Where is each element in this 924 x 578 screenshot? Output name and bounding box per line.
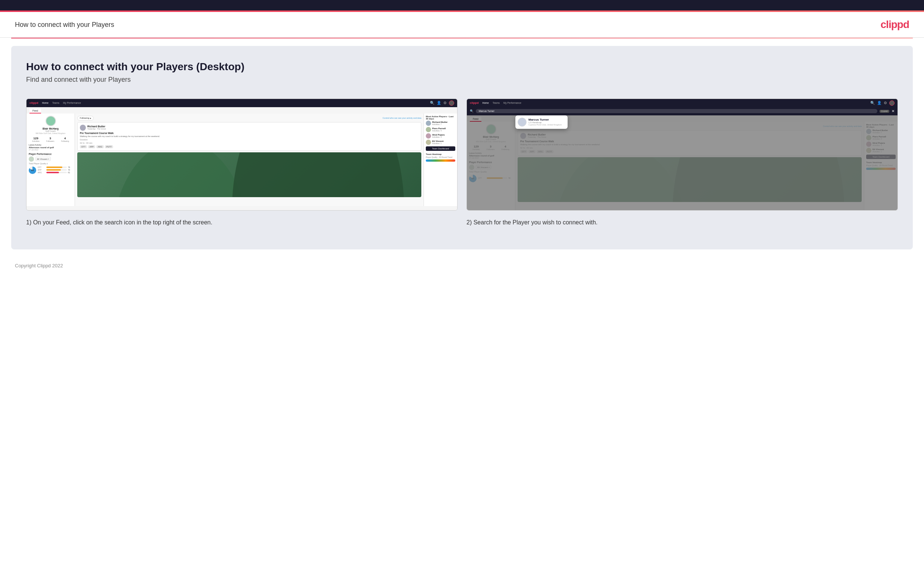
header-divider <box>11 38 913 39</box>
post-author-info: Richard Butler Yesterday · The Grove <box>87 125 106 130</box>
following-button[interactable]: Following ▾ <box>77 116 94 120</box>
active-player-2: Piers Parnell Activities: 4 <box>426 127 455 132</box>
bar-ott: OTT 79 <box>38 166 73 169</box>
screenshot-frame-1: clippd Home Teams My Performance 🔍 👤 ⚙ F… <box>26 99 458 211</box>
activity-date: 27 Jul 2022 <box>29 149 73 151</box>
player2-avatar <box>426 127 431 132</box>
profile-card: Blair McHarg Golf Coach Mill Ride Golf C… <box>29 116 73 135</box>
quality-circle: 84 <box>29 167 36 174</box>
settings-icon-2[interactable]: ⚙ <box>884 101 887 105</box>
post-author-name: Richard Butler <box>87 125 106 128</box>
post-duration-val: 02 hr : 00 min <box>80 142 419 144</box>
post-header: Richard Butler Yesterday · The Grove <box>80 125 419 131</box>
search-result-item[interactable]: Marcus Turner 1.5 Handicap Cypress Point… <box>518 118 565 127</box>
screenshot-frame-2: clippd Home Teams My Performance 🔍 👤 ⚙ <box>466 99 898 211</box>
player-select-avatar <box>29 156 34 162</box>
heatmap-subtitle: Player Quality · 20 Round Trend <box>426 156 455 158</box>
chevron-down-icon: ▾ <box>90 117 91 120</box>
main-subtitle: Find and connect with your Players <box>26 76 898 84</box>
mini-right-panel: Most Active Players - Last 30 days Richa… <box>424 114 457 206</box>
quality-bars: OTT 79 APP <box>38 166 73 174</box>
profile-name: Blair McHarg <box>29 127 73 130</box>
result-info: Marcus Turner 1.5 Handicap Cypress Point… <box>528 118 562 126</box>
mini-app-1: clippd Home Teams My Performance 🔍 👤 ⚙ F… <box>26 99 457 210</box>
nav-avatar-2[interactable] <box>889 101 895 106</box>
search-icon-inline: 🔍 <box>470 109 474 113</box>
mini-logo: clippd <box>29 101 39 104</box>
active-player-3: Hiral Pujara Activities: 3 <box>426 133 455 138</box>
stat-followers: 3 Followers <box>46 136 54 142</box>
mini-nav2-performance: My Performance <box>503 102 521 104</box>
stat-activities: 129 Activities <box>32 136 40 142</box>
player-select[interactable]: Eli Vincent ▾ <box>36 157 51 161</box>
step-2-description: 2) Search for the Player you wish to con… <box>466 218 898 227</box>
screenshot-col-1: clippd Home Teams My Performance 🔍 👤 ⚙ F… <box>26 99 458 227</box>
following-row: Following ▾ Control who can see your act… <box>77 116 421 120</box>
clear-button[interactable]: CLEAR <box>880 110 889 113</box>
mini-nav2-home: Home <box>482 102 489 104</box>
active-players-title: Most Active Players - Last 30 days <box>426 115 455 120</box>
settings-icon[interactable]: ⚙ <box>443 101 447 105</box>
mini-nav-1: clippd Home Teams My Performance 🔍 👤 ⚙ <box>26 99 457 107</box>
mini-nav-performance: My Performance <box>63 102 81 104</box>
latest-label: Latest Activity <box>29 144 73 146</box>
heatmap-title: Team Heatmap <box>426 153 455 155</box>
player-select-row: Eli Vincent ▾ <box>29 156 73 162</box>
player3-info: Hiral Pujara Activities: 3 <box>432 134 445 138</box>
nav-avatar[interactable] <box>449 101 454 106</box>
quality-label: Total Player Quality ℹ <box>29 162 73 165</box>
player-performance-title: Player Performance <box>29 153 73 155</box>
person-icon-2[interactable]: 👤 <box>877 101 882 105</box>
player1-info: Richard Butler Activities: 7 <box>432 121 447 125</box>
dropdown-arrow-icon: ▾ <box>48 157 49 160</box>
result-avatar <box>518 118 527 127</box>
main-title: How to connect with your Players (Deskto… <box>26 61 898 73</box>
tag-app: APP <box>88 145 95 148</box>
post-author-avatar <box>80 125 86 131</box>
search-bar: 🔍 Marcus Turner CLEAR ✕ <box>467 107 898 115</box>
footer: Copyright Clippd 2022 <box>0 257 924 274</box>
mini-logo-2: clippd <box>470 101 479 104</box>
search-icon-2[interactable]: 🔍 <box>870 101 875 105</box>
person-icon[interactable]: 👤 <box>437 101 441 105</box>
post-desc: Walking the course with my coach to buil… <box>80 135 419 137</box>
team-dashboard-button[interactable]: Team Dashboard <box>426 146 455 151</box>
mini-app-2: clippd Home Teams My Performance 🔍 👤 ⚙ <box>467 99 898 210</box>
result-name: Marcus Turner <box>528 118 562 121</box>
step-1-description: 1) On your Feed, click on the search ico… <box>26 218 458 227</box>
feed-tab[interactable]: Feed <box>29 109 41 114</box>
search-input-wrapper: Marcus Turner <box>476 109 877 113</box>
player2-info: Piers Parnell Activities: 4 <box>432 127 446 132</box>
search-query[interactable]: Marcus Turner <box>479 110 494 112</box>
mini-body-1: Blair McHarg Golf Coach Mill Ride Golf C… <box>26 114 457 206</box>
logo: clippd <box>881 19 909 31</box>
stat-following: 4 Following <box>61 136 69 142</box>
mini-nav2-icons: 🔍 👤 ⚙ <box>870 101 895 106</box>
tag-putt: PUTT <box>105 145 113 148</box>
active-player-4: Eli Vincent Activities: 1 <box>426 140 455 145</box>
player3-avatar <box>426 133 431 138</box>
main-content: How to connect with your Players (Deskto… <box>11 46 913 249</box>
player1-avatar <box>426 120 431 126</box>
tag-arg: ARG <box>96 145 104 148</box>
profile-stats: 129 Activities 3 Followers 4 Following <box>29 136 73 142</box>
search-result-dropdown: Marcus Turner 1.5 Handicap Cypress Point… <box>515 115 568 129</box>
close-search-button[interactable]: ✕ <box>892 109 895 113</box>
control-link[interactable]: Control who can see your activity and da… <box>382 117 421 119</box>
top-bar <box>0 0 924 10</box>
mini-nav-teams: Teams <box>52 102 59 104</box>
page-title: How to connect with your Players <box>15 21 114 29</box>
post-meta: Yesterday · The Grove <box>87 128 106 130</box>
header: How to connect with your Players clippd <box>0 12 924 38</box>
post-tags: OTT APP ARG PUTT <box>80 145 419 148</box>
post-title: Pre Tournament Course Walk <box>80 132 419 135</box>
quality-row: 84 OTT 79 <box>29 166 73 175</box>
search-icon[interactable]: 🔍 <box>430 101 434 105</box>
bar-arg: ARG 61 <box>38 171 73 174</box>
post-image <box>77 153 421 197</box>
screenshot-col-2: clippd Home Teams My Performance 🔍 👤 ⚙ <box>466 99 898 227</box>
mini-nav-2: clippd Home Teams My Performance 🔍 👤 ⚙ <box>467 99 898 107</box>
mini-nav-icons: 🔍 👤 ⚙ <box>430 101 454 106</box>
post-image-inner <box>77 153 421 197</box>
screenshots-row: clippd Home Teams My Performance 🔍 👤 ⚙ F… <box>26 99 898 227</box>
